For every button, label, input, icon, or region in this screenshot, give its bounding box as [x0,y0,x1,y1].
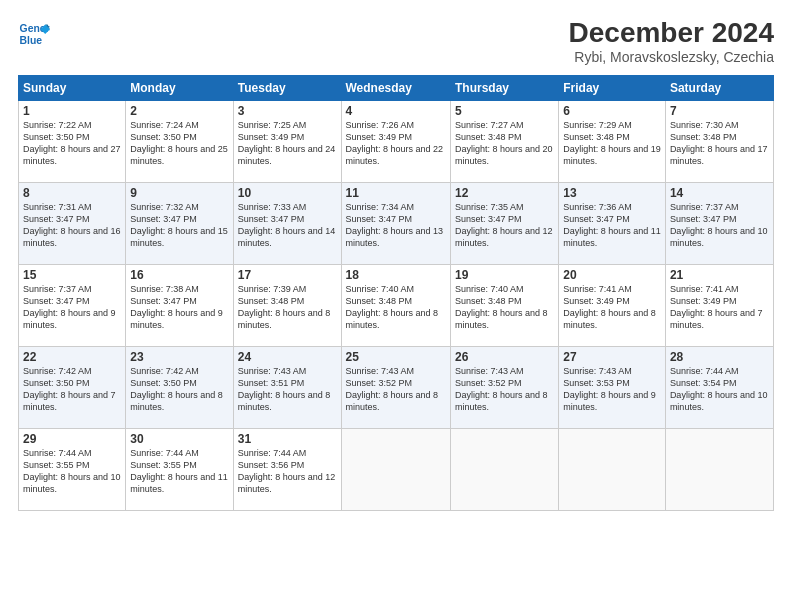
day-info: Sunrise: 7:43 AMSunset: 3:51 PMDaylight:… [238,366,331,412]
day-cell-w4-d3: 24 Sunrise: 7:43 AMSunset: 3:51 PMDaylig… [233,346,341,428]
day-number: 7 [670,104,769,118]
day-cell-w3-d6: 20 Sunrise: 7:41 AMSunset: 3:49 PMDaylig… [559,264,666,346]
col-monday: Monday [126,75,233,100]
col-tuesday: Tuesday [233,75,341,100]
day-info: Sunrise: 7:43 AMSunset: 3:52 PMDaylight:… [346,366,439,412]
day-info: Sunrise: 7:41 AMSunset: 3:49 PMDaylight:… [670,284,763,330]
day-number: 10 [238,186,337,200]
day-cell-w1-d1: 1 Sunrise: 7:22 AMSunset: 3:50 PMDayligh… [19,100,126,182]
day-number: 25 [346,350,446,364]
day-number: 28 [670,350,769,364]
day-info: Sunrise: 7:36 AMSunset: 3:47 PMDaylight:… [563,202,661,248]
day-cell-w1-d4: 4 Sunrise: 7:26 AMSunset: 3:49 PMDayligh… [341,100,450,182]
day-cell-w1-d3: 3 Sunrise: 7:25 AMSunset: 3:49 PMDayligh… [233,100,341,182]
day-number: 16 [130,268,228,282]
title-block: December 2024 Rybi, Moravskoslezsky, Cze… [569,18,774,65]
day-info: Sunrise: 7:24 AMSunset: 3:50 PMDaylight:… [130,120,228,166]
logo: General Blue [18,18,50,50]
day-cell-w3-d5: 19 Sunrise: 7:40 AMSunset: 3:48 PMDaylig… [450,264,558,346]
day-number: 30 [130,432,228,446]
day-number: 27 [563,350,661,364]
day-cell-w2-d2: 9 Sunrise: 7:32 AMSunset: 3:47 PMDayligh… [126,182,233,264]
day-number: 6 [563,104,661,118]
day-number: 3 [238,104,337,118]
day-number: 15 [23,268,121,282]
day-info: Sunrise: 7:37 AMSunset: 3:47 PMDaylight:… [23,284,116,330]
day-cell-w5-d2: 30 Sunrise: 7:44 AMSunset: 3:55 PMDaylig… [126,428,233,510]
week-row-4: 22 Sunrise: 7:42 AMSunset: 3:50 PMDaylig… [19,346,774,428]
day-cell-w2-d4: 11 Sunrise: 7:34 AMSunset: 3:47 PMDaylig… [341,182,450,264]
day-info: Sunrise: 7:43 AMSunset: 3:52 PMDaylight:… [455,366,548,412]
day-info: Sunrise: 7:41 AMSunset: 3:49 PMDaylight:… [563,284,656,330]
day-number: 17 [238,268,337,282]
day-cell-w3-d3: 17 Sunrise: 7:39 AMSunset: 3:48 PMDaylig… [233,264,341,346]
day-cell-w5-d7 [665,428,773,510]
day-cell-w5-d3: 31 Sunrise: 7:44 AMSunset: 3:56 PMDaylig… [233,428,341,510]
col-wednesday: Wednesday [341,75,450,100]
day-cell-w3-d7: 21 Sunrise: 7:41 AMSunset: 3:49 PMDaylig… [665,264,773,346]
day-info: Sunrise: 7:44 AMSunset: 3:56 PMDaylight:… [238,448,336,494]
day-cell-w1-d6: 6 Sunrise: 7:29 AMSunset: 3:48 PMDayligh… [559,100,666,182]
day-cell-w3-d4: 18 Sunrise: 7:40 AMSunset: 3:48 PMDaylig… [341,264,450,346]
day-info: Sunrise: 7:44 AMSunset: 3:55 PMDaylight:… [130,448,228,494]
day-cell-w3-d2: 16 Sunrise: 7:38 AMSunset: 3:47 PMDaylig… [126,264,233,346]
week-row-5: 29 Sunrise: 7:44 AMSunset: 3:55 PMDaylig… [19,428,774,510]
day-cell-w3-d1: 15 Sunrise: 7:37 AMSunset: 3:47 PMDaylig… [19,264,126,346]
day-number: 29 [23,432,121,446]
day-number: 4 [346,104,446,118]
day-info: Sunrise: 7:33 AMSunset: 3:47 PMDaylight:… [238,202,336,248]
day-info: Sunrise: 7:39 AMSunset: 3:48 PMDaylight:… [238,284,331,330]
day-info: Sunrise: 7:32 AMSunset: 3:47 PMDaylight:… [130,202,228,248]
day-number: 22 [23,350,121,364]
week-row-3: 15 Sunrise: 7:37 AMSunset: 3:47 PMDaylig… [19,264,774,346]
day-info: Sunrise: 7:44 AMSunset: 3:54 PMDaylight:… [670,366,768,412]
week-row-2: 8 Sunrise: 7:31 AMSunset: 3:47 PMDayligh… [19,182,774,264]
day-cell-w2-d1: 8 Sunrise: 7:31 AMSunset: 3:47 PMDayligh… [19,182,126,264]
day-info: Sunrise: 7:42 AMSunset: 3:50 PMDaylight:… [130,366,223,412]
col-friday: Friday [559,75,666,100]
calendar-header-row: Sunday Monday Tuesday Wednesday Thursday… [19,75,774,100]
day-info: Sunrise: 7:29 AMSunset: 3:48 PMDaylight:… [563,120,661,166]
day-info: Sunrise: 7:27 AMSunset: 3:48 PMDaylight:… [455,120,553,166]
day-info: Sunrise: 7:30 AMSunset: 3:48 PMDaylight:… [670,120,768,166]
day-number: 12 [455,186,554,200]
day-info: Sunrise: 7:35 AMSunset: 3:47 PMDaylight:… [455,202,553,248]
day-cell-w1-d2: 2 Sunrise: 7:24 AMSunset: 3:50 PMDayligh… [126,100,233,182]
day-number: 14 [670,186,769,200]
day-cell-w1-d5: 5 Sunrise: 7:27 AMSunset: 3:48 PMDayligh… [450,100,558,182]
day-number: 31 [238,432,337,446]
day-info: Sunrise: 7:26 AMSunset: 3:49 PMDaylight:… [346,120,444,166]
col-sunday: Sunday [19,75,126,100]
header: General Blue December 2024 Rybi, Moravsk… [18,18,774,65]
day-info: Sunrise: 7:44 AMSunset: 3:55 PMDaylight:… [23,448,121,494]
day-cell-w4-d6: 27 Sunrise: 7:43 AMSunset: 3:53 PMDaylig… [559,346,666,428]
day-cell-w5-d4 [341,428,450,510]
month-title: December 2024 [569,18,774,49]
day-number: 2 [130,104,228,118]
day-number: 21 [670,268,769,282]
day-cell-w2-d6: 13 Sunrise: 7:36 AMSunset: 3:47 PMDaylig… [559,182,666,264]
day-cell-w4-d4: 25 Sunrise: 7:43 AMSunset: 3:52 PMDaylig… [341,346,450,428]
day-info: Sunrise: 7:25 AMSunset: 3:49 PMDaylight:… [238,120,336,166]
day-info: Sunrise: 7:22 AMSunset: 3:50 PMDaylight:… [23,120,121,166]
day-cell-w4-d7: 28 Sunrise: 7:44 AMSunset: 3:54 PMDaylig… [665,346,773,428]
day-cell-w4-d2: 23 Sunrise: 7:42 AMSunset: 3:50 PMDaylig… [126,346,233,428]
day-info: Sunrise: 7:31 AMSunset: 3:47 PMDaylight:… [23,202,121,248]
day-number: 19 [455,268,554,282]
day-number: 5 [455,104,554,118]
day-info: Sunrise: 7:40 AMSunset: 3:48 PMDaylight:… [346,284,439,330]
day-cell-w1-d7: 7 Sunrise: 7:30 AMSunset: 3:48 PMDayligh… [665,100,773,182]
day-cell-w4-d1: 22 Sunrise: 7:42 AMSunset: 3:50 PMDaylig… [19,346,126,428]
day-info: Sunrise: 7:37 AMSunset: 3:47 PMDaylight:… [670,202,768,248]
week-row-1: 1 Sunrise: 7:22 AMSunset: 3:50 PMDayligh… [19,100,774,182]
day-number: 24 [238,350,337,364]
day-number: 8 [23,186,121,200]
day-number: 1 [23,104,121,118]
day-number: 13 [563,186,661,200]
page: General Blue December 2024 Rybi, Moravsk… [0,0,792,612]
day-cell-w2-d5: 12 Sunrise: 7:35 AMSunset: 3:47 PMDaylig… [450,182,558,264]
day-info: Sunrise: 7:38 AMSunset: 3:47 PMDaylight:… [130,284,223,330]
day-info: Sunrise: 7:40 AMSunset: 3:48 PMDaylight:… [455,284,548,330]
day-cell-w5-d6 [559,428,666,510]
day-cell-w5-d1: 29 Sunrise: 7:44 AMSunset: 3:55 PMDaylig… [19,428,126,510]
